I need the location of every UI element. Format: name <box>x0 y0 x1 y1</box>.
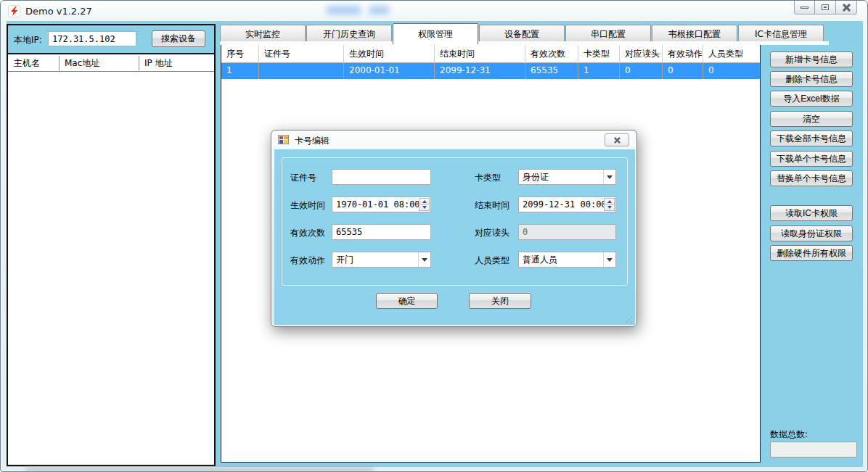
col-person-type[interactable]: 人员类型 <box>703 45 753 62</box>
spinner-control <box>604 198 615 211</box>
maximize-icon <box>822 4 829 10</box>
card-type-combobox[interactable]: 身份证 <box>518 169 616 185</box>
replace-single-card-button[interactable]: 替换单个卡号信息 <box>770 170 853 186</box>
col-seq[interactable]: 序号 <box>221 45 259 62</box>
card-type-label: 卡类型 <box>475 172 501 184</box>
action-value: 开门 <box>336 254 353 266</box>
person-type-label: 人员类型 <box>475 254 509 267</box>
client-area: 本地IP: 搜索设备 主机名 Mac地址 IP 地址 实时监控 开门历史查询 权… <box>7 21 863 467</box>
id-number-label: 证件号 <box>290 172 316 184</box>
dialog-close-action-button[interactable]: 关闭 <box>469 293 531 309</box>
valid-count-label: 有效次数 <box>290 227 325 239</box>
col-start-time[interactable]: 生效时间 <box>344 45 435 62</box>
cell-end-time: 2099-12-31 <box>435 63 525 79</box>
read-ic-permission-button[interactable]: 读取IC卡权限 <box>770 205 853 221</box>
tab-serial-config[interactable]: 串口配置 <box>565 25 651 43</box>
end-time-value: 2099-12-31 00:00 <box>523 199 607 210</box>
cell-card-type: 1 <box>578 63 620 79</box>
column-mac: Mac地址 <box>65 57 99 70</box>
total-count-input[interactable] <box>770 442 857 457</box>
tab-realtime-monitor[interactable]: 实时监控 <box>220 25 306 43</box>
close-icon <box>614 137 621 144</box>
close-icon <box>843 4 851 12</box>
col-action[interactable]: 有效动作 <box>663 45 703 62</box>
col-card-type[interactable]: 卡类型 <box>578 45 620 62</box>
download-all-cards-button[interactable]: 下载全部卡号信息 <box>770 131 853 146</box>
cell-valid-count: 65535 <box>525 63 578 79</box>
tab-permission-management[interactable]: 权限管理 <box>393 23 478 44</box>
local-ip-label: 本地IP: <box>14 34 42 46</box>
col-end-time[interactable]: 结束时间 <box>435 45 525 62</box>
cell-action: 0 <box>663 63 703 79</box>
delete-card-button[interactable]: 删除卡号信息 <box>770 71 853 87</box>
tab-strip: 实时监控 开门历史查询 权限管理 设备配置 串口配置 韦根接口配置 IC卡信息管… <box>220 25 824 43</box>
spin-down-icon[interactable] <box>604 205 615 212</box>
cell-person-type: 0 <box>703 63 753 79</box>
dialog-close-button[interactable] <box>605 133 629 146</box>
chevron-down-icon[interactable] <box>418 252 430 267</box>
add-card-button[interactable]: 新增卡号信息 <box>770 51 853 67</box>
cell-reader: 0 <box>620 63 663 79</box>
tab-device-config[interactable]: 设备配置 <box>479 25 565 43</box>
col-id-number[interactable]: 证件号 <box>259 45 344 62</box>
action-combobox[interactable]: 开门 <box>332 252 431 268</box>
tab-page-edge <box>220 41 829 45</box>
spin-up-icon[interactable] <box>419 198 430 205</box>
column-ip: IP 地址 <box>144 57 173 70</box>
ok-button[interactable]: 确定 <box>376 293 438 309</box>
start-time-value: 1970-01-01 08:00 <box>336 199 420 210</box>
spin-up-icon[interactable] <box>604 198 615 205</box>
delete-hw-permissions-button[interactable]: 删除硬件所有权限 <box>770 245 853 261</box>
maximize-button[interactable] <box>815 1 836 15</box>
grid-row-selected[interactable]: 1 2000-01-01 2099-12-31 65535 1 0 0 0 <box>221 63 760 79</box>
card-type-value: 身份证 <box>523 171 549 183</box>
local-ip-input[interactable] <box>48 31 136 46</box>
blur-watermark-bottom <box>25 468 374 472</box>
col-reader[interactable]: 对应读头 <box>620 45 663 62</box>
action-label: 有效动作 <box>290 254 325 267</box>
spin-down-icon[interactable] <box>419 205 430 212</box>
window-title: Demo v1.2.27 <box>25 6 92 17</box>
import-excel-button[interactable]: 导入Excel数据 <box>770 91 853 107</box>
download-single-card-button[interactable]: 下载单个卡号信息 <box>770 151 853 167</box>
app-logo-lightning-icon <box>8 5 20 17</box>
start-time-label: 生效时间 <box>290 199 325 212</box>
end-time-label: 结束时间 <box>475 199 509 212</box>
tab-door-history[interactable]: 开门历史查询 <box>306 25 392 43</box>
tab-wiegand-config[interactable]: 韦根接口配置 <box>652 25 737 43</box>
reader-label: 对应读头 <box>475 227 509 239</box>
total-count-label: 数据总数: <box>770 428 808 441</box>
search-devices-button[interactable]: 搜索设备 <box>152 30 205 47</box>
device-list[interactable]: 主机名 Mac地址 IP 地址 <box>8 53 214 465</box>
spinner-control <box>419 198 430 211</box>
reader-input <box>518 224 616 240</box>
minimize-button[interactable] <box>794 1 815 15</box>
person-type-value: 普通人员 <box>523 254 557 266</box>
valid-count-input[interactable] <box>332 224 431 240</box>
dialog-title: 卡号编辑 <box>295 135 329 147</box>
chevron-down-icon[interactable] <box>603 170 615 184</box>
card-edit-dialog: 卡号编辑 证件号 卡类型 身份证 生效时间 1970-01-01 08:00 <box>271 130 637 327</box>
chevron-down-icon[interactable] <box>603 252 615 267</box>
dialog-titlebar[interactable]: 卡号编辑 <box>271 131 636 149</box>
cell-start-time: 2000-01-01 <box>344 63 435 79</box>
close-button[interactable] <box>836 1 857 15</box>
read-id-permission-button[interactable]: 读取身份证权限 <box>770 225 853 241</box>
end-time-picker[interactable]: 2099-12-31 00:00 <box>518 196 616 212</box>
resize-grip[interactable] <box>626 316 633 323</box>
header-divider <box>139 56 139 70</box>
tab-ic-card-info[interactable]: IC卡信息管理 <box>738 25 824 43</box>
window-controls <box>794 1 857 15</box>
device-panel: 本地IP: 搜索设备 主机名 Mac地址 IP 地址 <box>7 24 216 466</box>
start-time-picker[interactable]: 1970-01-01 08:00 <box>332 196 431 212</box>
app-window: Demo v1.2.27 本地IP: 搜索设备 主机名 Mac地址 IP 地址 <box>0 0 868 472</box>
cell-id-number <box>259 63 344 79</box>
clear-button[interactable]: 清空 <box>770 111 853 127</box>
device-list-header: 主机名 Mac地址 IP 地址 <box>8 54 214 72</box>
id-number-input[interactable] <box>332 169 431 185</box>
cell-seq: 1 <box>221 63 259 79</box>
person-type-combobox[interactable]: 普通人员 <box>518 252 616 268</box>
grid-header-row: 序号 证件号 生效时间 结束时间 有效次数 卡类型 对应读头 有效动作 人员类型 <box>221 45 760 63</box>
titlebar[interactable]: Demo v1.2.27 <box>1 1 867 21</box>
col-valid-count[interactable]: 有效次数 <box>525 45 578 62</box>
